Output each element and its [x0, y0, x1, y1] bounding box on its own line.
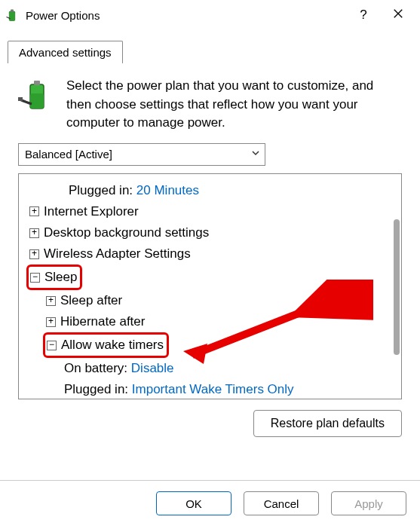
- tree-label: Hibernate after: [60, 311, 145, 332]
- chevron-down-icon: [251, 148, 260, 160]
- expander-wireless[interactable]: [29, 249, 39, 259]
- tree-row-plugged-in-top[interactable]: Plugged in: 20 Minutes: [22, 180, 401, 201]
- expander-allow-wake-timers[interactable]: [47, 341, 57, 350]
- dialog-footer: OK Cancel Apply: [0, 480, 420, 529]
- window-title: Power Options: [26, 9, 346, 22]
- svg-rect-4: [34, 81, 40, 85]
- ok-button[interactable]: OK: [156, 491, 231, 515]
- tree-row-desktop-bg[interactable]: Desktop background settings: [22, 222, 401, 243]
- tree-label-sleep: Sleep: [44, 267, 77, 288]
- restore-row: Restore plan defaults: [18, 410, 402, 437]
- on-battery-label: On battery:: [64, 358, 127, 379]
- tree-label: Wireless Adapter Settings: [44, 243, 191, 264]
- content-panel: Select the power plan that you want to c…: [8, 63, 412, 449]
- tab-advanced-settings[interactable]: Advanced settings: [8, 41, 123, 63]
- tree-row-wireless[interactable]: Wireless Adapter Settings: [22, 243, 401, 264]
- tree-row-sleep-after[interactable]: Sleep after: [22, 290, 401, 311]
- close-button[interactable]: [381, 8, 415, 23]
- apply-button: Apply: [331, 491, 406, 515]
- tree-label: Desktop background settings: [44, 222, 209, 243]
- svg-rect-1: [11, 10, 14, 12]
- battery-icon: [18, 77, 54, 113]
- settings-tree: Plugged in: 20 Minutes Internet Explorer…: [18, 173, 402, 399]
- plugged-in-label: Plugged in:: [64, 379, 128, 399]
- tree-label: Internet Explorer: [44, 201, 139, 222]
- expander-hibernate-after[interactable]: [46, 317, 56, 327]
- plugged-in-top-value[interactable]: 20 Minutes: [136, 180, 199, 201]
- expander-internet-explorer[interactable]: [29, 206, 39, 216]
- plugged-in-top-label: Plugged in:: [69, 180, 133, 201]
- tree-label-allow-wake: Allow wake timers: [61, 335, 164, 356]
- intro-section: Select the power plan that you want to c…: [18, 77, 402, 133]
- plugged-in-value[interactable]: Important Wake Timers Only: [132, 379, 294, 399]
- power-options-icon: [5, 8, 20, 23]
- scrollbar-thumb[interactable]: [394, 219, 400, 355]
- cancel-button[interactable]: Cancel: [244, 491, 319, 515]
- tree-row-internet-explorer[interactable]: Internet Explorer: [22, 201, 401, 222]
- tree-row-on-battery[interactable]: On battery: Disable: [22, 358, 401, 379]
- expander-sleep-after[interactable]: [46, 296, 56, 306]
- expander-desktop-bg[interactable]: [29, 228, 39, 238]
- tabbar: Advanced settings: [8, 41, 420, 63]
- svg-rect-0: [9, 11, 15, 21]
- intro-text: Select the power plan that you want to c…: [66, 77, 402, 133]
- help-button[interactable]: ?: [346, 8, 381, 23]
- svg-rect-3: [30, 93, 44, 109]
- expander-sleep[interactable]: [30, 273, 40, 283]
- highlight-allow-wake-timers: Allow wake timers: [43, 332, 169, 358]
- tree-label: Sleep after: [60, 290, 122, 311]
- power-plan-selected: Balanced [Active]: [25, 148, 112, 161]
- tree-row-plugged-in[interactable]: Plugged in: Important Wake Timers Only: [22, 379, 401, 399]
- titlebar: Power Options ?: [0, 0, 420, 30]
- tree-row-sleep[interactable]: Sleep: [22, 264, 401, 290]
- highlight-sleep: Sleep: [26, 264, 82, 290]
- svg-rect-5: [18, 97, 23, 101]
- tree-row-allow-wake-timers[interactable]: Allow wake timers: [22, 332, 401, 358]
- tree-row-hibernate-after[interactable]: Hibernate after: [22, 311, 401, 332]
- restore-defaults-button[interactable]: Restore plan defaults: [253, 410, 402, 437]
- power-plan-dropdown[interactable]: Balanced [Active]: [18, 143, 265, 166]
- on-battery-value[interactable]: Disable: [131, 358, 174, 379]
